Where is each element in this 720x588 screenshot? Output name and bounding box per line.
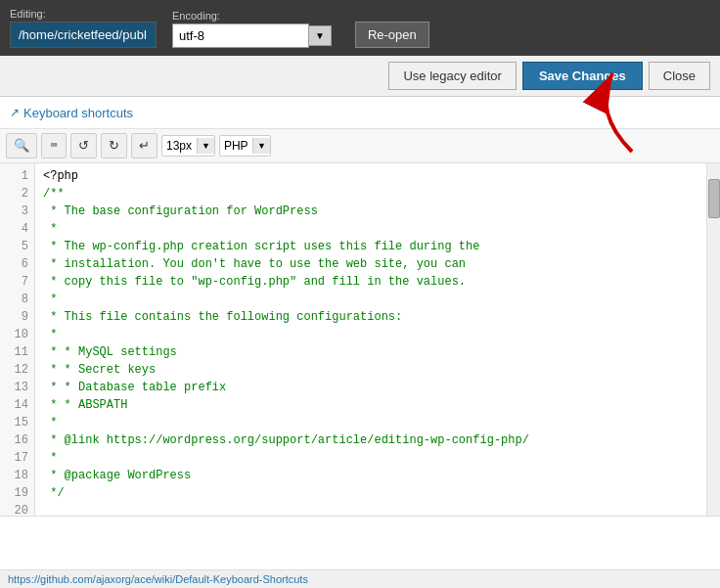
font-size-select[interactable]: 13px — [162, 136, 197, 156]
keyboard-shortcuts-label: Keyboard shortcuts — [23, 106, 133, 120]
keyboard-shortcuts-link[interactable]: ↗ Keyboard shortcuts — [10, 106, 133, 120]
scrollbar[interactable] — [706, 163, 720, 516]
terminal-icon: ⌨ — [51, 139, 58, 152]
editing-label: Editing: — [10, 8, 157, 20]
line-numbers: 1234567891011121314151617181920212223242… — [0, 163, 35, 516]
encoding-wrap: utf-8 ▼ — [172, 23, 332, 48]
editor-container: 1234567891011121314151617181920212223242… — [0, 163, 720, 517]
code-editor[interactable]: <?php/** * The base configuration for Wo… — [35, 163, 706, 516]
action-bar: Use legacy editor Save Changes Close — [0, 56, 720, 97]
terminal-button[interactable]: ⌨ — [41, 133, 67, 158]
editing-section: Editing: /home/cricketfeed/publ — [10, 8, 157, 48]
encoding-section: Encoding: utf-8 ▼ — [172, 10, 332, 48]
save-changes-button[interactable]: Save Changes — [522, 62, 643, 90]
use-legacy-button[interactable]: Use legacy editor — [388, 62, 516, 90]
language-select[interactable]: PHP — [220, 136, 252, 156]
language-arrow[interactable]: ▼ — [252, 138, 270, 154]
close-button[interactable]: Close — [649, 62, 710, 90]
status-bar: https://github.com/ajaxorg/ace/wiki/Defa… — [0, 569, 720, 588]
encoding-select-arrow[interactable]: ▼ — [309, 25, 332, 46]
undo-icon: ↺ — [78, 138, 89, 153]
redo-button[interactable]: ↻ — [101, 133, 127, 158]
editor-toolbar: 🔍 ⌨ ↺ ↻ ↵ 13px ▼ PHP ▼ — [0, 129, 720, 163]
redo-icon: ↻ — [109, 138, 119, 153]
font-size-arrow[interactable]: ▼ — [197, 138, 214, 154]
scroll-thumb[interactable] — [708, 179, 720, 218]
search-button[interactable]: 🔍 — [6, 133, 37, 158]
editing-path: /home/cricketfeed/publ — [10, 22, 157, 48]
encoding-label: Encoding: — [172, 10, 332, 22]
search-icon: 🔍 — [14, 138, 29, 153]
reopen-button[interactable]: Re-open — [355, 22, 429, 48]
shortcuts-bar: ↗ Keyboard shortcuts — [0, 97, 720, 129]
top-bar: Editing: /home/cricketfeed/publ Encoding… — [0, 0, 720, 56]
wrap-button[interactable]: ↵ — [131, 133, 158, 158]
language-wrap: PHP ▼ — [219, 135, 271, 157]
undo-button[interactable]: ↺ — [70, 133, 97, 158]
wrap-icon: ↵ — [139, 138, 150, 153]
font-size-wrap: 13px ▼ — [161, 135, 215, 157]
external-link-icon: ↗ — [10, 106, 20, 119]
status-link[interactable]: https://github.com/ajaxorg/ace/wiki/Defa… — [8, 573, 308, 585]
encoding-select[interactable]: utf-8 — [172, 23, 309, 48]
